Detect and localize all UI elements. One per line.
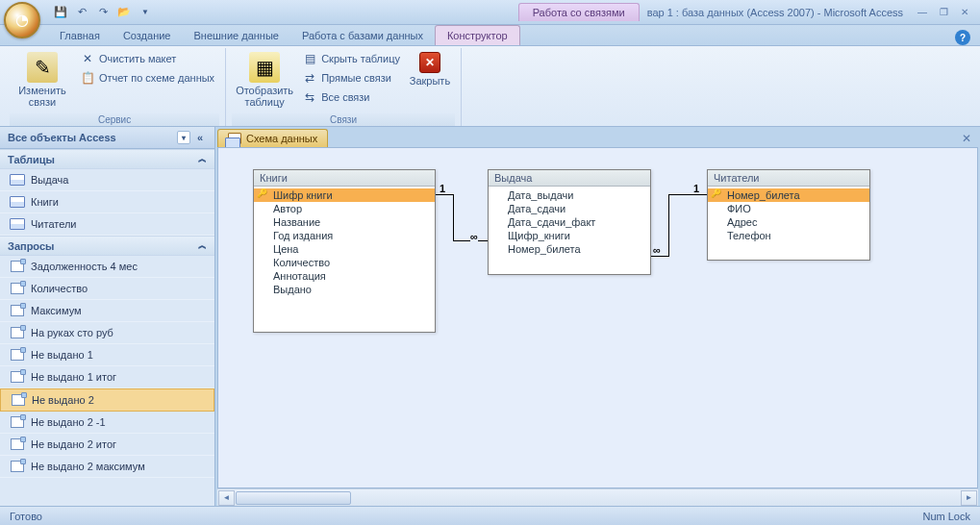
help-icon[interactable]: ? [955, 30, 970, 45]
query-icon [10, 260, 25, 273]
nav-pane-header[interactable]: Все объекты Access ▾ « [0, 127, 214, 149]
nav-item-query[interactable]: Не выдано 2 -1 [0, 412, 214, 434]
office-button[interactable]: ◔ [4, 2, 40, 38]
tab-home[interactable]: Главная [48, 26, 112, 45]
ribbon-group-relations-label: Связи [232, 113, 455, 126]
table-icon [10, 173, 25, 187]
nav-item-query[interactable]: Не выдано 2 максимум [0, 456, 214, 478]
redo-icon[interactable]: ↷ [94, 4, 112, 21]
nav-item-query[interactable]: Не выдано 1 [0, 344, 214, 366]
table-box-readers[interactable]: Читатели Номер_билетаФИОАдресТелефон [707, 169, 870, 261]
open-icon[interactable]: 📂 [115, 4, 133, 21]
table-field[interactable]: Количество [254, 256, 435, 269]
close-relations-button[interactable]: ✕ Закрыть [407, 50, 453, 88]
table-field[interactable]: Адрес [708, 215, 869, 229]
table-field[interactable]: Номер_билета [708, 188, 869, 202]
nav-item-query[interactable]: Максимум [0, 300, 214, 322]
nav-dropdown-icon[interactable]: ▾ [177, 131, 190, 144]
nav-item-label: Выдача [31, 174, 68, 186]
nav-item-table[interactable]: Книги [0, 191, 214, 213]
nav-item-query[interactable]: На руках сто руб [0, 322, 214, 344]
scroll-track[interactable] [236, 490, 960, 506]
undo-icon[interactable]: ↶ [73, 4, 90, 21]
ribbon: ✎ Изменить связи ✕ Очистить макет 📋 Отче… [0, 46, 980, 127]
ribbon-tabs: Главная Создание Внешние данные Работа с… [0, 25, 980, 46]
save-icon[interactable]: 💾 [52, 4, 69, 21]
table-field[interactable]: Цена [254, 242, 435, 256]
chevron-up-icon: ︽ [198, 239, 207, 252]
nav-item-query[interactable]: Не выдано 1 итог [0, 366, 214, 388]
clear-layout-button[interactable]: ✕ Очистить макет [77, 50, 217, 67]
nav-item-query[interactable]: Не выдано 2 итог [0, 434, 214, 456]
nav-item-query[interactable]: Задолженность 4 мес [0, 256, 214, 278]
relation-label-one: 1 [693, 183, 699, 194]
table-field[interactable]: Шифр книги [254, 188, 435, 202]
query-icon [11, 393, 26, 407]
schema-report-label: Отчет по схеме данных [99, 72, 214, 84]
table-field[interactable]: Номер_билета [489, 242, 650, 256]
query-icon [10, 348, 25, 362]
table-field[interactable]: Автор [254, 202, 435, 215]
minimize-button[interactable]: — [915, 6, 930, 19]
relation-label-one: 1 [440, 183, 445, 194]
table-field[interactable]: Телефон [708, 229, 869, 242]
relation-line [668, 194, 669, 257]
hide-table-button[interactable]: ▤ Скрыть таблицу [299, 50, 403, 67]
relationships-canvas: Схема данных ✕ Книги Шифр книгиАвторНазв… [215, 127, 980, 506]
tab-database-tools[interactable]: Работа с базами данных [290, 26, 435, 45]
nav-item-table[interactable]: Читатели [0, 213, 214, 236]
clear-layout-icon: ✕ [80, 51, 95, 66]
nav-item-label: Читатели [31, 218, 77, 230]
show-table-button[interactable]: ▦ Отобразить таблицу [234, 50, 295, 110]
tab-create[interactable]: Создание [112, 26, 183, 45]
table-field[interactable]: ФИО [708, 202, 869, 215]
nav-section-tables[interactable]: Таблицы ︽ [0, 149, 214, 169]
direct-relations-button[interactable]: ⇄ Прямые связи [299, 69, 403, 87]
table-field[interactable]: Щифр_книги [489, 229, 650, 242]
table-field[interactable]: Дата_сдачи [489, 202, 650, 215]
canvas-body[interactable]: Книги Шифр книгиАвторНазваниеГод издания… [217, 147, 978, 488]
quick-access-toolbar: 💾 ↶ ↷ 📂 ▼ [52, 4, 154, 21]
main-area: Все объекты Access ▾ « Таблицы ︽ ВыдачаК… [0, 127, 980, 506]
nav-collapse-icon[interactable]: « [193, 131, 207, 144]
document-close-button[interactable]: ✕ [959, 131, 974, 146]
hide-table-label: Скрыть таблицу [321, 53, 400, 64]
query-icon [10, 282, 25, 295]
nav-item-query[interactable]: Количество [0, 278, 214, 300]
table-field[interactable]: Дата_выдачи [489, 188, 650, 202]
document-tab-schema[interactable]: Схема данных [217, 129, 328, 147]
nav-item-query[interactable]: Не выдано 2 [0, 388, 214, 412]
nav-item-label: Количество [31, 283, 88, 294]
relation-line [668, 194, 707, 195]
table-box-books[interactable]: Книги Шифр книгиАвторНазваниеГод издания… [253, 169, 436, 333]
table-field[interactable]: Название [254, 215, 435, 229]
scroll-right-button[interactable]: ► [961, 490, 977, 506]
qat-dropdown-icon[interactable]: ▼ [137, 4, 154, 21]
schema-report-button[interactable]: 📋 Отчет по схеме данных [77, 69, 217, 87]
table-header-readers: Читатели [708, 170, 869, 187]
query-icon [10, 415, 25, 429]
nav-item-label: Не выдано 1 [31, 349, 93, 361]
edit-relations-button[interactable]: ✎ Изменить связи [12, 50, 73, 110]
close-relations-label: Закрыть [410, 75, 450, 87]
all-relations-button[interactable]: ⇆ Все связи [299, 88, 403, 106]
tab-design[interactable]: Конструктор [435, 25, 520, 45]
table-field[interactable]: Выдано [254, 283, 435, 296]
scroll-left-button[interactable]: ◄ [218, 490, 235, 506]
nav-section-queries[interactable]: Запросы ︽ [0, 236, 214, 256]
table-field[interactable]: Дата_сдачи_факт [489, 215, 650, 229]
show-table-icon: ▦ [249, 52, 280, 83]
table-box-issue[interactable]: Выдача Дата_выдачиДата_сдачиДата_сдачи_ф… [488, 169, 651, 275]
relation-line [436, 194, 453, 195]
tab-external-data[interactable]: Внешние данные [183, 26, 290, 45]
titlebar: ◔ 💾 ↶ ↷ 📂 ▼ Работа со связями вар 1 : ба… [0, 0, 980, 25]
table-field[interactable]: Аннотация [254, 269, 435, 283]
nav-item-label: Не выдано 2 -1 [31, 416, 106, 428]
nav-item-table[interactable]: Выдача [0, 169, 214, 191]
relation-line [651, 256, 668, 257]
scroll-thumb[interactable] [236, 491, 351, 505]
horizontal-scrollbar[interactable]: ◄ ► [217, 488, 978, 506]
restore-button[interactable]: ❐ [936, 6, 951, 19]
table-field[interactable]: Год издания [254, 229, 435, 242]
close-window-button[interactable]: ✕ [957, 6, 972, 19]
